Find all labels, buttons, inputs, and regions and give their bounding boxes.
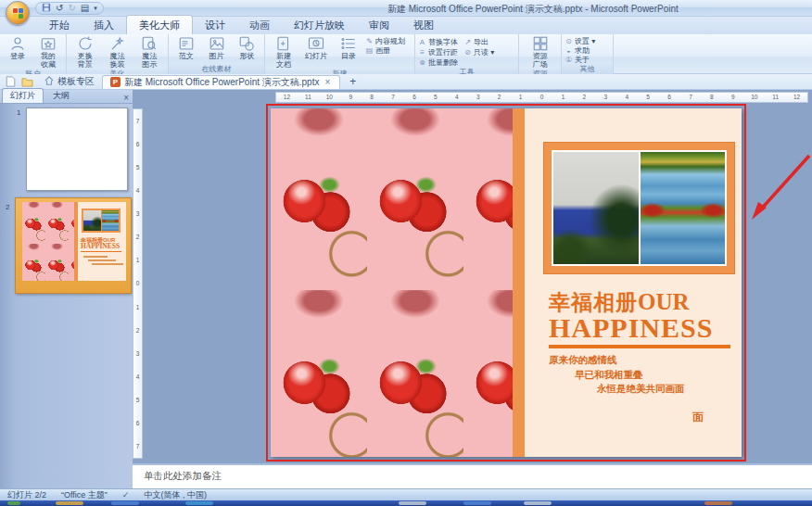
user-icon	[8, 35, 27, 52]
settings-button[interactable]: ⊙ 设置 ▾	[565, 37, 595, 45]
slide-title[interactable]: 幸福相册OUR HAPPINESS	[549, 290, 734, 348]
ribbon-tab-4[interactable]: 动画	[237, 16, 282, 34]
ribbon-tab-2[interactable]: 美化大师	[126, 15, 193, 34]
slide-poem[interactable]: 原来你的感情线 早已和我相重叠 永恒是绝美共同画面	[549, 353, 742, 397]
office-button[interactable]	[6, 1, 30, 25]
ribbon-tab-5[interactable]: 幻灯片放映	[282, 16, 357, 34]
v-ruler-number: 6	[133, 411, 142, 435]
my-favorites-button[interactable]: 我的 收藏	[33, 35, 63, 69]
slide1-thumbnail[interactable]	[26, 108, 128, 191]
album-button[interactable]: ▤ 画册	[365, 46, 405, 55]
ribbon-group-resource: 资源 广场 资源	[519, 34, 562, 74]
undo-icon[interactable]: ↺	[56, 3, 63, 14]
h-ruler-number: 10	[319, 93, 340, 102]
new-document-tab-button[interactable]: +	[346, 75, 360, 88]
ribbon-group-other: ⊙ 设置 ▾ ◒ 求助 ① 关于 其他	[562, 34, 614, 74]
language-indicator[interactable]: 中文(简体 , 中国)	[144, 489, 207, 501]
open-folder-icon[interactable]	[20, 76, 33, 87]
v-ruler-number: 7	[133, 109, 142, 133]
change-background-button[interactable]: 更换 背景	[70, 35, 101, 69]
ribbon-tab-6[interactable]: 审阅	[357, 16, 401, 34]
print-preview-icon[interactable]: ▤	[81, 3, 89, 14]
about-icon: ①	[565, 56, 573, 64]
h-ruler-number: 5	[425, 93, 446, 102]
h-ruler-number: 10	[743, 93, 765, 102]
tab-outline[interactable]: 大纲	[45, 89, 77, 103]
qat-more-icon[interactable]: ▾	[94, 3, 97, 14]
magic-chart-button[interactable]: 魔法 图示	[133, 35, 165, 69]
powerpoint-window: 新建 Microsoft Office PowerPoint 演示文稿.pptx…	[0, 0, 812, 506]
panel-close-icon[interactable]: ×	[123, 93, 129, 103]
h-ruler-number: 0	[531, 93, 552, 102]
help-icon: ◒	[565, 46, 573, 55]
slide2-number: 2	[6, 203, 9, 211]
notes-pane[interactable]: 单击此处添加备注	[133, 463, 812, 488]
font-icon: A	[418, 38, 426, 46]
corner-character: 面	[692, 410, 704, 425]
slide2-thumbnail[interactable]: 幸福相册OUR HAPPINESS	[15, 197, 132, 294]
refresh-icon	[76, 35, 95, 52]
windows-taskbar[interactable]	[0, 500, 812, 506]
title-underline	[549, 345, 730, 348]
v-ruler-number: 3	[133, 342, 142, 365]
photo-collage-frame[interactable]	[543, 142, 735, 274]
toc-button[interactable]: 目录	[333, 35, 364, 60]
h-ruler-number: 11	[765, 93, 786, 102]
spellcheck-icon[interactable]: ✓	[122, 490, 130, 500]
content-plan-button[interactable]: ✎ 内容规划	[365, 37, 405, 45]
batch-delete-button[interactable]: ⊗ 批量删除	[418, 57, 458, 67]
thumb-photo-collage	[82, 209, 121, 233]
powerpoint-file-icon: P	[110, 77, 121, 87]
h-ruler-number: 8	[701, 93, 722, 102]
read-only-button[interactable]: ⊘ 只读 ▾	[463, 47, 494, 57]
about-button[interactable]: ① 关于	[565, 56, 595, 64]
new-document-button[interactable]: 新建 文档	[268, 35, 299, 69]
magic-wand-icon	[108, 35, 127, 52]
template-zone-tab[interactable]: 模板专区	[37, 75, 102, 89]
theme-name: “Office 主题”	[61, 489, 108, 501]
online-shapes-button[interactable]: 形状	[232, 35, 261, 60]
online-pictures-button[interactable]: 图片	[202, 35, 232, 60]
v-ruler-number: 6	[133, 133, 142, 156]
strawberry-pattern-image	[271, 108, 513, 457]
home-icon	[44, 76, 54, 87]
replace-font-button[interactable]: A 替换字体	[418, 37, 458, 46]
help-button[interactable]: ◒ 求助	[565, 46, 595, 55]
grid-icon	[531, 35, 550, 52]
resource-plaza-button[interactable]: 资源 广场	[525, 35, 556, 69]
ribbon-group-online: 范文 图片 形状 在线素材	[169, 34, 265, 74]
doc-tab-close-icon[interactable]: ×	[323, 77, 332, 87]
ribbon-tab-3[interactable]: 设计	[193, 16, 237, 34]
slide1-number: 1	[17, 108, 20, 117]
new-slide-button[interactable]: 幻灯片	[300, 35, 332, 60]
export-button[interactable]: ↗ 导出	[463, 37, 494, 46]
h-ruler-number: 4	[446, 93, 467, 102]
group-label-other: 其他	[562, 64, 613, 74]
magic-dress-button[interactable]: 魔法 换装	[102, 35, 133, 69]
panel-tab-strip: 幻灯片 大纲 ×	[0, 90, 133, 104]
new-file-icon[interactable]	[4, 76, 17, 87]
login-button[interactable]: 登录	[3, 35, 32, 60]
shapes-icon	[237, 35, 256, 52]
slide-canvas[interactable]: 幸福相册OUR HAPPINESS 原来你的感情线 早已和我相重叠 永恒是绝美共…	[271, 108, 742, 457]
ribbon-tab-0[interactable]: 开始	[37, 16, 82, 34]
ribbon-tab-7[interactable]: 视图	[401, 16, 446, 34]
start-orb[interactable]	[7, 501, 20, 505]
ribbon-group-new: 新建 文档 幻灯片 目录 ✎ 内容规划 ▤ 画	[265, 34, 415, 74]
save-icon[interactable]	[42, 3, 51, 15]
ribbon-group-tools: A 替换字体 ↗ 导出 ≡ 设置行距 ⊘ 只读 ▾	[415, 34, 519, 74]
vertical-ruler[interactable]: 765432101234567	[133, 108, 143, 459]
horizontal-ruler[interactable]: 1211109876543210123456789101112	[275, 92, 808, 103]
line-spacing-button[interactable]: ≡ 设置行距	[418, 47, 458, 57]
v-ruler-number: 7	[133, 435, 142, 458]
v-ruler-number: 0	[133, 272, 142, 295]
h-ruler-number: 7	[383, 93, 404, 102]
export-icon: ↗	[463, 38, 472, 46]
document-tab-active[interactable]: P 新建 Microsoft Office PowerPoint 演示文稿.pp…	[102, 75, 340, 89]
tab-slides[interactable]: 幻灯片	[2, 88, 44, 103]
redo-icon[interactable]: ↻	[68, 3, 75, 14]
h-ruler-number: 4	[616, 93, 638, 102]
sample-docs-button[interactable]: 范文	[171, 35, 201, 60]
pencil-icon: ✎	[365, 37, 374, 45]
ribbon-tab-1[interactable]: 插入	[82, 16, 126, 34]
